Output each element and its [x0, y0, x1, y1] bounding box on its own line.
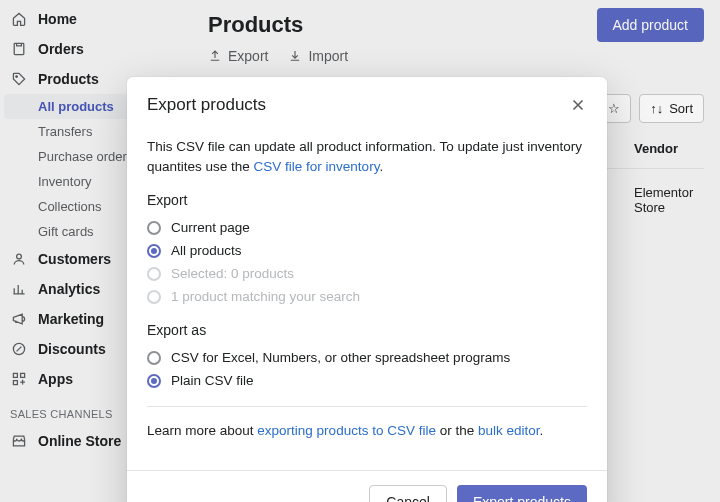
learn-more: Learn more about exporting products to C…: [147, 407, 587, 456]
radio-csv-excel[interactable]: CSV for Excel, Numbers, or other spreads…: [147, 346, 587, 369]
radio-icon: [147, 374, 161, 388]
close-icon: [569, 96, 587, 114]
radio-plain-csv[interactable]: Plain CSV file: [147, 369, 587, 392]
radio-selected-products: Selected: 0 products: [147, 262, 587, 285]
radio-icon: [147, 244, 161, 258]
radio-icon: [147, 290, 161, 304]
radio-icon: [147, 351, 161, 365]
export-group-label: Export: [147, 192, 587, 208]
radio-icon: [147, 267, 161, 281]
radio-search-match: 1 product matching your search: [147, 285, 587, 308]
modal-description: This CSV file can update all product inf…: [147, 137, 587, 176]
modal-title: Export products: [147, 95, 266, 115]
radio-all-products[interactable]: All products: [147, 239, 587, 262]
export-products-button[interactable]: Export products: [457, 485, 587, 502]
csv-inventory-link[interactable]: CSV file for inventory: [254, 159, 380, 174]
radio-icon: [147, 221, 161, 235]
export-products-modal: Export products This CSV file can update…: [127, 77, 607, 502]
export-csv-link[interactable]: exporting products to CSV file: [257, 423, 436, 438]
cancel-button[interactable]: Cancel: [369, 485, 447, 502]
close-button[interactable]: [569, 96, 587, 114]
export-as-group-label: Export as: [147, 322, 587, 338]
bulk-editor-link[interactable]: bulk editor: [478, 423, 540, 438]
radio-current-page[interactable]: Current page: [147, 216, 587, 239]
